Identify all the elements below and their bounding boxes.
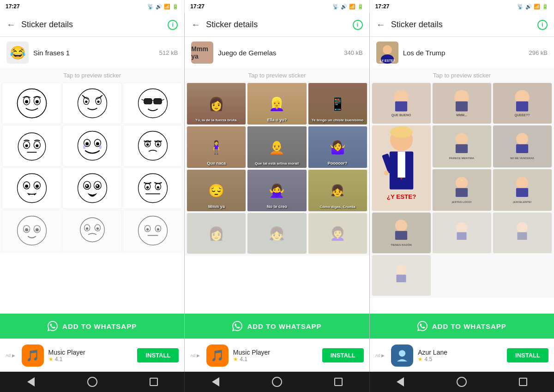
sticker-3-2[interactable]: MMM...: [432, 83, 492, 124]
sticker-3-6[interactable]: ¡ESTAS LOCO!: [432, 169, 492, 212]
nav-home-1[interactable]: [86, 375, 99, 388]
svg-point-59: [25, 228, 28, 232]
info-button-3[interactable]: i: [537, 20, 548, 30]
svg-rect-15: [154, 99, 162, 104]
sticker-2-7[interactable]: 😔 Mmm ya: [187, 169, 246, 212]
sticker-1-1[interactable]: [2, 83, 61, 124]
back-button-2[interactable]: ←: [191, 19, 200, 30]
svg-text:MMM...: MMM...: [457, 113, 467, 117]
sticker-3-11[interactable]: [372, 255, 431, 296]
panel-2-sticker-grid: 👩 Tú, la de la fuerza bruta. 👱‍♀️ Ella o…: [185, 81, 369, 256]
ad-stars-2: ★: [233, 356, 238, 362]
sticker-1-11[interactable]: [62, 210, 122, 251]
back-nav-icon-3: [397, 377, 404, 386]
sticker-1-3[interactable]: [123, 83, 182, 124]
svg-point-12: [97, 101, 99, 103]
svg-point-65: [96, 227, 98, 230]
sticker-2-12[interactable]: 👩‍🦱: [308, 213, 367, 254]
sticker-1-7[interactable]: [2, 167, 61, 209]
svg-point-64: [86, 227, 88, 230]
panel-3-ad: Ad ▶ Azur Lane ★ 4.5 INSTALL: [370, 339, 554, 372]
sticker-1-8[interactable]: [62, 167, 122, 209]
ad-info-2: Music Player ★ 4.1: [233, 349, 318, 362]
ad-install-btn-1[interactable]: INSTALL: [137, 348, 179, 362]
svg-rect-77: [395, 101, 407, 112]
panel-3-sticker-grid: QUE BUENO MMM... QUEEE??: [370, 81, 554, 298]
status-icons-3: 📡 🔊 📶 🔋: [517, 4, 548, 10]
sticker-3-4[interactable]: PARECE MENTIRA: [432, 125, 492, 168]
info-button-2[interactable]: i: [353, 20, 363, 30]
home-nav-icon-1: [87, 377, 97, 387]
panel-1-preview-text: Tap to preview sticker: [0, 68, 184, 81]
sticker-2-8[interactable]: 🙅‍♀️ No te creo: [247, 169, 307, 212]
sticker-1-4[interactable]: [2, 125, 61, 166]
sticker-3-trump-large[interactable]: ¿Y ESTE?: [372, 125, 431, 211]
ad-info-3: Azur Lane ★ 4.5: [418, 349, 502, 362]
sticker-3-3[interactable]: QUEEE??: [493, 83, 552, 124]
add-to-whatsapp-btn-3[interactable]: ADD TO WHATSAPP: [370, 314, 554, 339]
info-button-1[interactable]: i: [168, 20, 178, 30]
add-to-whatsapp-btn-1[interactable]: ADD TO WHATSAPP: [0, 314, 184, 339]
svg-point-91: [384, 171, 388, 175]
cast-icon-2: 📡: [332, 4, 339, 10]
svg-text:PARECE MENTIRA: PARECE MENTIRA: [449, 156, 475, 160]
svg-point-22: [25, 144, 28, 147]
back-button-1[interactable]: ←: [6, 19, 16, 30]
sticker-1-10[interactable]: [2, 210, 61, 251]
svg-rect-94: [456, 144, 468, 153]
sticker-2-3[interactable]: 📱 Te tengo un chiste buenísimo: [308, 83, 367, 125]
sticker-2-4[interactable]: 🧍‍♀️ Que naca: [187, 126, 246, 168]
sticker-3-9[interactable]: [432, 212, 492, 254]
sticker-1-12[interactable]: [123, 210, 182, 251]
panel-2-pack-name: Juego de Gemelas: [218, 49, 339, 57]
sticker-2-2[interactable]: 👱‍♀️ Ella o yo?: [247, 83, 307, 125]
sticker-1-2[interactable]: [62, 83, 122, 124]
svg-point-93: [456, 133, 468, 145]
panel-2-header: ← Sticker details i: [185, 13, 369, 37]
ad-install-btn-3[interactable]: INSTALL: [507, 348, 548, 362]
svg-text:¿Y ESTE?: ¿Y ESTE?: [386, 193, 416, 200]
add-to-whatsapp-btn-2[interactable]: ADD TO WHATSAPP: [185, 314, 369, 339]
sticker-3-5[interactable]: NO ME VENCERAS: [493, 125, 552, 168]
ad-stars-3: ★: [418, 356, 423, 362]
ad-rating-2: ★ 4.1: [233, 356, 318, 362]
sticker-1-9[interactable]: [123, 167, 182, 209]
sticker-2-1[interactable]: 👩 Tú, la de la fuerza bruta.: [187, 83, 246, 125]
sticker-2-11[interactable]: 👧: [247, 213, 307, 254]
sticker-3-10[interactable]: [493, 212, 552, 254]
ad-icon-1: 🎵: [22, 344, 44, 367]
nav-recent-2[interactable]: [332, 375, 345, 388]
svg-point-25: [78, 131, 107, 160]
ad-stars-1: ★: [48, 356, 54, 362]
sticker-3-8[interactable]: TIENES RAZÓN: [372, 212, 431, 254]
status-bar-2: 17:27 📡 🔊 📶 🔋: [185, 0, 369, 13]
panel-1-pack-name: Sin frases 1: [33, 49, 155, 57]
ad-install-btn-2[interactable]: INSTALL: [322, 348, 364, 362]
nav-back-2[interactable]: [209, 375, 222, 388]
svg-point-103: [516, 177, 528, 189]
sticker-3-7[interactable]: ¡EXCELENTE!: [493, 169, 552, 212]
svg-point-73: [383, 45, 392, 54]
sticker-2-6[interactable]: 🤷‍♀️ Pooooor?: [308, 126, 367, 168]
nav-home-3[interactable]: [455, 375, 468, 388]
svg-point-5: [35, 100, 38, 103]
time-3: 17:27: [375, 3, 390, 10]
sticker-1-5[interactable]: [62, 125, 122, 166]
nav-recent-3[interactable]: [517, 375, 530, 388]
sticker-2-9[interactable]: 👧 Cómo digas, Cruella: [308, 169, 367, 212]
home-nav-icon-2: [272, 377, 282, 387]
svg-point-19: [18, 133, 46, 160]
svg-point-101: [461, 178, 463, 181]
panel-3-pack-name: Los de Trump: [403, 49, 524, 57]
back-button-3[interactable]: ←: [376, 19, 385, 30]
sticker-2-5[interactable]: 🧑‍🦲 Que tal está artina moral!: [247, 126, 307, 168]
nav-back-3[interactable]: [394, 375, 407, 388]
nav-home-2[interactable]: [271, 375, 283, 388]
nav-back-1[interactable]: [24, 375, 37, 388]
sticker-2-10[interactable]: 👩: [187, 213, 246, 254]
nav-recent-1[interactable]: [147, 375, 160, 388]
sticker-3-1[interactable]: QUE BUENO: [372, 83, 431, 124]
svg-rect-14: [144, 99, 152, 104]
recent-nav-icon-2: [334, 378, 343, 386]
sticker-1-6[interactable]: [123, 125, 182, 166]
